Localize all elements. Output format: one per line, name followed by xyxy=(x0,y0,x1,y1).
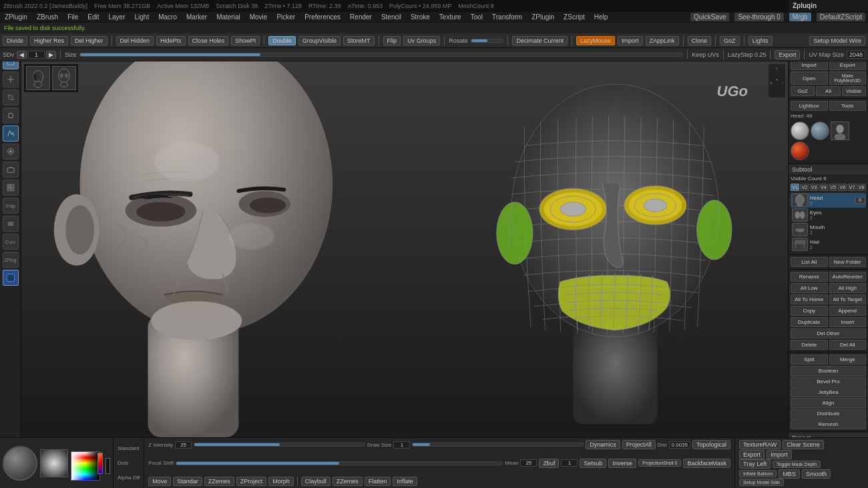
menu-tool[interactable]: Tool xyxy=(469,13,485,21)
dots-label[interactable]: Dots xyxy=(118,460,128,466)
draw-icon[interactable] xyxy=(3,126,19,142)
export2-btn[interactable]: Export xyxy=(775,50,800,59)
alpha-off-label[interactable]: Alpha Off xyxy=(118,475,140,481)
move-btn[interactable]: Move xyxy=(148,477,171,486)
zzemes-btn[interactable]: ZZemes xyxy=(204,477,234,486)
toggle-mask-btn[interactable]: Toggle Mask Depth xyxy=(773,461,821,468)
lazy-mouse-btn[interactable]: LazyMouse xyxy=(576,36,615,45)
auto-reorder-btn[interactable]: AutoReorder xyxy=(829,272,867,282)
project-all-bottom-btn[interactable]: ProjectAll xyxy=(622,440,656,449)
draw-size-slider[interactable] xyxy=(412,443,584,447)
zproject-btn[interactable]: ZProject xyxy=(236,477,267,486)
subtool-hair[interactable]: Hair 2 xyxy=(791,237,866,252)
del-higher-btn[interactable]: Del Higher xyxy=(71,36,107,45)
all-to-target-btn[interactable]: All To Target xyxy=(829,294,867,304)
zzemes2-btn[interactable]: ZZemes xyxy=(333,477,363,486)
yrap-icon[interactable]: Yrap xyxy=(3,198,19,214)
see-through[interactable]: See-through 0 xyxy=(734,13,783,21)
clone-btn[interactable]: Clone xyxy=(688,36,712,45)
menu-picker[interactable]: Picker xyxy=(274,13,297,21)
import-btn-right[interactable]: Import xyxy=(791,60,828,70)
tray-left-btn[interactable]: Tray Left xyxy=(739,459,771,469)
scroll-icon[interactable] xyxy=(3,216,19,232)
menu-help[interactable]: Help xyxy=(592,13,610,21)
hide-pts-btn[interactable]: HidePts xyxy=(156,36,186,45)
uv-groups-btn[interactable]: Uv Groups xyxy=(403,36,440,45)
menu-zplugin[interactable]: ZPlugin xyxy=(3,13,29,21)
default-zscript[interactable]: DefaultZScript xyxy=(817,13,865,21)
standar-btn[interactable]: Standar xyxy=(173,477,202,486)
v3-btn[interactable]: V3 xyxy=(810,184,819,191)
divide-btn[interactable]: Divide xyxy=(3,36,27,45)
wireframe-head-viewport[interactable] xyxy=(443,61,788,437)
zapplink-btn[interactable]: ZAppLink xyxy=(646,36,679,45)
setsub-btn[interactable]: Setsub xyxy=(580,459,606,468)
show-pts-btn[interactable]: ShowPt xyxy=(231,36,260,45)
brush-preview[interactable] xyxy=(3,446,37,481)
sdiv-down-btn[interactable]: ◀ xyxy=(17,51,27,59)
menu-marker[interactable]: Marker xyxy=(184,13,209,21)
store-mt-btn[interactable]: StoreMT xyxy=(343,36,375,45)
rotate-slider[interactable] xyxy=(471,39,504,43)
export-bottom-btn[interactable]: Export xyxy=(739,450,765,459)
material-thumb-1[interactable] xyxy=(791,121,809,140)
menu-zplugin2[interactable]: ZPlugin xyxy=(529,13,556,21)
lights-btn[interactable]: Lights xyxy=(748,36,773,45)
quick-save[interactable]: QuickSave xyxy=(690,13,729,21)
dynamics-btn[interactable]: Dynamics xyxy=(586,440,620,449)
clay-head-viewport[interactable] xyxy=(21,61,443,437)
import-bottom-btn[interactable]: Import xyxy=(767,450,792,459)
group-visible-btn[interactable]: GroupVisible xyxy=(298,36,341,45)
zbuf-btn[interactable]: Zbuf xyxy=(539,459,559,468)
draw-size-value[interactable]: 1 xyxy=(393,441,410,449)
zbuf-value[interactable]: 1 xyxy=(561,459,578,467)
rename-btn[interactable]: Rename xyxy=(791,272,828,282)
del-all-btn[interactable]: Del All xyxy=(829,340,867,350)
decimate-current-btn[interactable]: Decimate Current xyxy=(512,36,568,45)
inflate-balloon-btn[interactable]: Inflate Balloon xyxy=(739,470,777,477)
menu-render[interactable]: Render xyxy=(348,13,374,21)
import-btn[interactable]: Import xyxy=(618,36,643,45)
all-to-home-btn[interactable]: All To Home xyxy=(791,294,828,304)
standard-label[interactable]: Standard xyxy=(118,445,139,451)
smooth-brush-icon[interactable] xyxy=(3,144,19,160)
menu-texture[interactable]: Texture xyxy=(437,13,463,21)
lightbox-btn[interactable]: Lightbox xyxy=(791,101,828,111)
all-btn[interactable]: All xyxy=(816,86,840,96)
sdiv-up-btn[interactable]: ▶ xyxy=(46,51,56,59)
polygroup-icon[interactable] xyxy=(3,180,19,196)
alpha-preview[interactable] xyxy=(40,449,68,477)
visible-btn[interactable]: Visible xyxy=(842,86,866,96)
del-other-btn[interactable]: Del Other xyxy=(791,328,866,338)
all-low-btn[interactable]: All Low xyxy=(791,283,828,293)
canvas-area[interactable]: Y + X Z UGo xyxy=(21,61,788,437)
scale-icon[interactable] xyxy=(3,89,19,105)
del-hidden-btn[interactable]: Del Hidden xyxy=(116,36,154,45)
new-folder-btn[interactable]: New Folder xyxy=(829,257,867,267)
boolean-btn[interactable]: Boolean xyxy=(791,366,866,376)
subtool-head-settings[interactable]: ⚙ xyxy=(855,197,865,204)
setup-model-side-btn[interactable]: Setup Model Side xyxy=(739,479,784,486)
z-intensity-slider[interactable] xyxy=(194,443,365,447)
v5-btn[interactable]: V5 xyxy=(829,184,837,191)
menu-zscript[interactable]: ZScript xyxy=(562,13,587,21)
close-holes-btn[interactable]: Close Holes xyxy=(188,36,229,45)
all-high-btn[interactable]: All High xyxy=(829,283,867,293)
higher-res-btn[interactable]: Higher Res xyxy=(30,36,68,45)
align-btn[interactable]: Align xyxy=(791,398,866,408)
delete-btn[interactable]: Delete xyxy=(791,340,828,350)
menu-stencil[interactable]: Stencil xyxy=(379,13,403,21)
z-intensity-value[interactable]: 25 xyxy=(175,441,192,449)
v7-btn[interactable]: V7 xyxy=(848,184,857,191)
main-color[interactable] xyxy=(97,453,103,474)
make-poly-btn[interactable]: Make PolyMesh3D xyxy=(829,71,867,85)
subtool-eyes[interactable]: Eyes 2 xyxy=(791,208,866,222)
material-thumb-2[interactable] xyxy=(811,121,829,140)
export-btn-right[interactable]: Export xyxy=(829,60,867,70)
clear-scene-btn[interactable]: Clear Scene xyxy=(783,440,824,449)
menu-edit[interactable]: Edit xyxy=(85,13,101,21)
merge-btn[interactable]: Merge xyxy=(829,354,867,364)
menu-file[interactable]: File xyxy=(65,13,80,21)
zplugin-left-icon[interactable]: ZPlug xyxy=(3,252,19,268)
color-swatch[interactable] xyxy=(71,451,95,475)
